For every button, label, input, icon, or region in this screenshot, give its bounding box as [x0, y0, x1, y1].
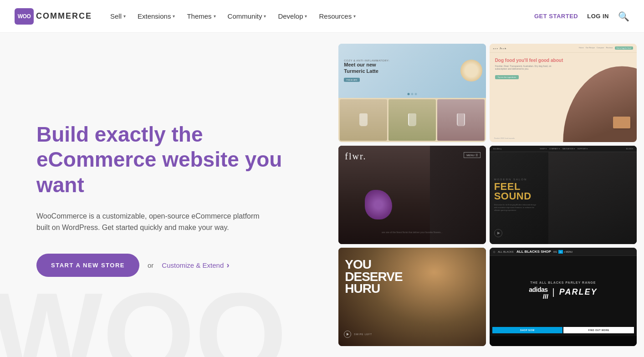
all-blacks-shop-now-button[interactable]: SHOP NOW: [492, 327, 563, 333]
get-started-button[interactable]: GET STARTED: [534, 13, 578, 20]
nav-links: Sell ▾ Extensions ▾ Themes ▾ Community ▾…: [105, 9, 534, 24]
nav-community-chevron: ▾: [264, 14, 266, 19]
hero-section: WOO Build exactly the eCommerce website …: [0, 33, 644, 357]
logo-box: WOO: [15, 8, 34, 25]
nav-resources-chevron: ▾: [353, 14, 356, 19]
nav-themes-label: Themes: [187, 12, 211, 20]
nav-community-label: Community: [228, 12, 262, 20]
customize-extend-text: Customize & Extend: [162, 261, 224, 269]
nav-item-themes[interactable]: Themes ▾: [181, 9, 221, 24]
screenshot-huru: YOUDESERVEHURU SWIPE LEFT: [338, 248, 486, 346]
cta-arrow-icon: ›: [226, 260, 229, 270]
hero-watermark: WOO: [0, 275, 287, 357]
login-button[interactable]: LOG IN: [587, 13, 609, 20]
nav-item-develop[interactable]: Develop ▾: [272, 9, 312, 24]
logo-woo-text: WOO: [18, 13, 31, 20]
nav-actions: GET STARTED LOG IN 🔍: [534, 11, 629, 22]
nav-item-sell[interactable]: Sell ▾: [105, 9, 131, 24]
cta-or-text: or: [148, 261, 153, 269]
nav-develop-label: Develop: [278, 12, 303, 20]
search-icon[interactable]: 🔍: [618, 11, 629, 22]
hero-cta: START A NEW STORE or Customize & Extend …: [36, 254, 307, 277]
all-blacks-find-out-more-button[interactable]: FIND OUT MORE: [563, 327, 634, 333]
nav-sell-chevron: ▾: [123, 14, 126, 19]
start-store-button[interactable]: START A NEW STORE: [36, 254, 139, 277]
nav-item-community[interactable]: Community ▾: [222, 9, 272, 24]
nav-resources-label: Resources: [319, 12, 352, 20]
nav-extensions-chevron: ▾: [173, 14, 175, 19]
logo-commerce-text: COMMERCE: [36, 11, 92, 21]
hero-right: COZY & ANTI-INFLAMMATORY: Meet our newTu…: [335, 33, 644, 357]
hero-title: Build exactly the eCommerce website you …: [36, 122, 301, 198]
screenshot-turmeric-latte: COZY & ANTI-INFLAMMATORY: Meet our newTu…: [338, 44, 486, 142]
nav-sell-label: Sell: [110, 12, 122, 20]
nav-item-extensions[interactable]: Extensions ▾: [132, 9, 180, 24]
nav-item-resources[interactable]: Resources ▾: [313, 9, 361, 24]
hero-left: WOO Build exactly the eCommerce website …: [0, 33, 335, 357]
navbar: WOO COMMERCE Sell ▾ Extensions ▾ Themes …: [0, 0, 644, 33]
nav-develop-chevron: ▾: [305, 14, 307, 19]
screenshot-scratch: scr☽tch Home Our Recipe Compare Reviews …: [490, 44, 637, 142]
customize-extend-link[interactable]: Customize & Extend ›: [162, 260, 229, 270]
hero-subtitle: WooCommerce is a customizable, open-sour…: [36, 210, 273, 234]
logo[interactable]: WOO COMMERCE: [15, 8, 92, 25]
screenshot-brandberg: brandberg SHOP ▾COMPANY ▾NAVIGATION ▾SUP…: [490, 146, 637, 244]
screenshot-all-blacks: ⬡ ALL BLACKS ALL BLACKS SHOP AIG ▪▪ ≡ ME…: [490, 248, 637, 346]
nav-extensions-label: Extensions: [138, 12, 171, 20]
nav-themes-chevron: ▾: [214, 14, 216, 19]
screenshot-flwr: are one of the finest florist that deliv…: [338, 146, 486, 244]
